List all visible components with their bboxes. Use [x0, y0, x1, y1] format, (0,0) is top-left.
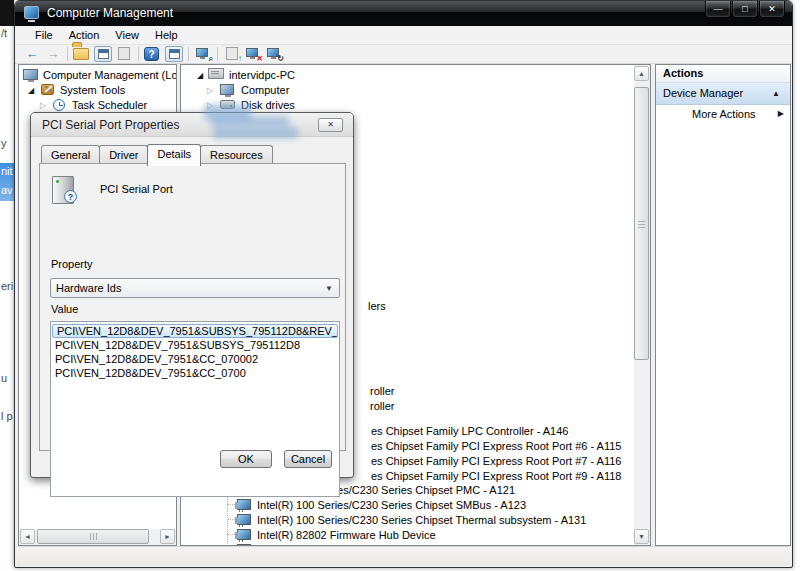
- monitor-icon: [220, 84, 234, 95]
- tree-item-partial[interactable]: roller: [370, 400, 394, 412]
- tree-item-label: intervidpc-PC: [229, 69, 295, 81]
- tree-item-root-pc[interactable]: ◢ intervidpc-PC: [197, 68, 203, 80]
- tree-item-partial[interactable]: roller: [370, 385, 394, 397]
- scrollbar-thumb[interactable]: [37, 529, 149, 544]
- expanded-arrow-icon[interactable]: ◢: [28, 86, 34, 95]
- tree-item-partial[interactable]: es Chipset Family PCI Express Root Port …: [371, 440, 621, 452]
- cancel-button[interactable]: Cancel: [284, 450, 332, 468]
- dialog-titlebar[interactable]: PCI Serial Port Properties ✕: [31, 113, 353, 137]
- bg-text-fragment: av: [1, 184, 13, 196]
- document-icon[interactable]: [115, 46, 133, 62]
- scroll-right-button[interactable]: ►: [160, 529, 175, 544]
- scroll-up-button[interactable]: ▲: [634, 66, 649, 81]
- scroll-down-button[interactable]: ▼: [634, 529, 649, 544]
- console-window-alt-icon[interactable]: [165, 46, 183, 62]
- tree-item-label: Intel(R) 82802 Firmware Hub Device: [257, 529, 436, 541]
- background-titlebar-fragment: [0, 0, 14, 26]
- redaction-blur: [212, 116, 289, 127]
- actions-item-more-actions[interactable]: More Actions ▶: [656, 105, 790, 125]
- collapse-arrow-icon[interactable]: ▲: [772, 89, 780, 98]
- vertical-scrollbar[interactable]: ▲ ▼: [634, 65, 650, 545]
- forward-arrow-icon[interactable]: →: [44, 46, 62, 62]
- scan-hardware-changes-icon[interactable]: ↻: [265, 46, 283, 62]
- bg-text-fragment: u: [1, 372, 7, 384]
- bg-text-fragment: /t: [1, 27, 7, 39]
- back-arrow-icon[interactable]: ←: [23, 46, 41, 62]
- bg-text-fragment: l p: [1, 410, 13, 422]
- minimize-button[interactable]: —: [705, 1, 731, 18]
- actions-pane: Actions Device Manager ▲ More Actions ▶: [655, 64, 791, 546]
- menu-view[interactable]: View: [107, 27, 147, 43]
- tree-item-partial[interactable]: es Chipset Family LPC Controller - A146: [371, 425, 568, 437]
- section-label: Device Manager: [663, 87, 743, 99]
- toolbar-separator: [217, 47, 218, 61]
- property-selected-value: Hardware Ids: [56, 282, 121, 294]
- tree-item-system-tools[interactable]: ◢ System Tools: [28, 83, 34, 95]
- uninstall-device-icon[interactable]: ✕: [244, 46, 262, 62]
- menu-action[interactable]: Action: [61, 27, 108, 43]
- actions-section-device-manager[interactable]: Device Manager ▲: [656, 83, 790, 105]
- toolbar: ← → ? ⌕ ↑ ✕ ↻: [15, 45, 792, 64]
- more-actions-label: More Actions: [692, 108, 756, 120]
- computer-search-icon[interactable]: ⌕: [194, 46, 212, 62]
- dialog-close-button[interactable]: ✕: [318, 118, 343, 132]
- pc-icon: [208, 68, 224, 79]
- menu-bar: File Action View Help: [15, 26, 792, 45]
- tree-item-partial[interactable]: es Chipset Family PCI Express Root Port …: [371, 470, 621, 482]
- open-folder-icon[interactable]: [73, 46, 91, 62]
- tree-item-label: Computer: [241, 84, 289, 96]
- device-icon: [237, 514, 251, 525]
- tab-driver[interactable]: Driver: [99, 145, 148, 164]
- value-listbox[interactable]: PCI\VEN_12D8&DEV_7951&SUBSYS_795112D8&RE…: [50, 321, 340, 497]
- tree-item-label: Task Scheduler: [72, 99, 147, 111]
- property-dropdown[interactable]: Hardware Ids ▼: [50, 278, 340, 298]
- tree-item-label: Computer Management (Local: [43, 69, 177, 81]
- collapsed-arrow-icon[interactable]: ▷: [40, 101, 46, 110]
- toolbar-separator: [67, 47, 68, 61]
- console-window-icon[interactable]: [94, 46, 112, 62]
- bg-text-fragment: y: [1, 137, 7, 149]
- value-item[interactable]: PCI\VEN_12D8&DEV_7951&SUBSYS_795112D8: [51, 338, 339, 352]
- update-driver-icon[interactable]: ↑: [223, 46, 241, 62]
- menu-help[interactable]: Help: [147, 27, 186, 43]
- computer-management-icon: [24, 6, 39, 19]
- toolbar-separator: [138, 47, 139, 61]
- actions-header: Actions: [656, 65, 790, 83]
- background-window-strip: /t y nit av eri u l p: [0, 0, 14, 571]
- tree-item-computer[interactable]: ▷ Computer: [207, 83, 213, 95]
- menu-file[interactable]: File: [27, 27, 61, 43]
- maximize-button[interactable]: □: [732, 1, 758, 18]
- horizontal-scrollbar[interactable]: ◄ ►: [19, 529, 176, 545]
- device-name: PCI Serial Port: [100, 183, 173, 195]
- collapsed-arrow-icon[interactable]: ▷: [207, 86, 213, 95]
- dialog-tabstrip: General Driver Details Resources: [41, 144, 273, 164]
- scroll-left-button[interactable]: ◄: [20, 529, 35, 544]
- tab-general[interactable]: General: [41, 145, 100, 164]
- window-title: Computer Management: [47, 6, 173, 20]
- pci-serial-port-properties-dialog: PCI Serial Port Properties ✕ General Dri…: [30, 112, 354, 478]
- property-label: Property: [51, 258, 93, 270]
- tree-item-task-scheduler[interactable]: ▷ Task Scheduler: [40, 98, 46, 110]
- status-bar: [17, 546, 790, 566]
- device-icon: [237, 529, 251, 540]
- details-tab-panel: ? PCI Serial Port Property Hardware Ids …: [39, 163, 346, 451]
- tab-details[interactable]: Details: [147, 144, 201, 166]
- expanded-arrow-icon[interactable]: ◢: [197, 71, 203, 80]
- tree-item-label: Intel(R) 100 Series/C230 Series Chipset …: [257, 499, 526, 511]
- window-titlebar[interactable]: Computer Management — □ ✕: [15, 1, 792, 26]
- ok-button[interactable]: OK: [220, 450, 272, 468]
- tree-item-partial[interactable]: es Chipset Family PCI Express Root Port …: [371, 455, 621, 467]
- close-button[interactable]: ✕: [759, 1, 785, 18]
- value-item[interactable]: PCI\VEN_12D8&DEV_7951&CC_0700: [51, 366, 339, 380]
- tree-connector: [227, 519, 235, 520]
- value-item[interactable]: PCI\VEN_12D8&DEV_7951&CC_070002: [51, 352, 339, 366]
- tools-icon: [41, 84, 54, 95]
- redaction-blur: [213, 127, 298, 139]
- tab-resources[interactable]: Resources: [200, 145, 273, 164]
- clock-icon: [53, 99, 65, 111]
- dropdown-arrow-icon: ▼: [325, 284, 333, 293]
- value-item-selected[interactable]: PCI\VEN_12D8&DEV_7951&SUBSYS_795112D8&RE…: [52, 324, 338, 338]
- tree-item-partial[interactable]: lers: [368, 300, 386, 312]
- scrollbar-thumb[interactable]: [634, 87, 649, 360]
- help-icon[interactable]: ?: [144, 46, 162, 62]
